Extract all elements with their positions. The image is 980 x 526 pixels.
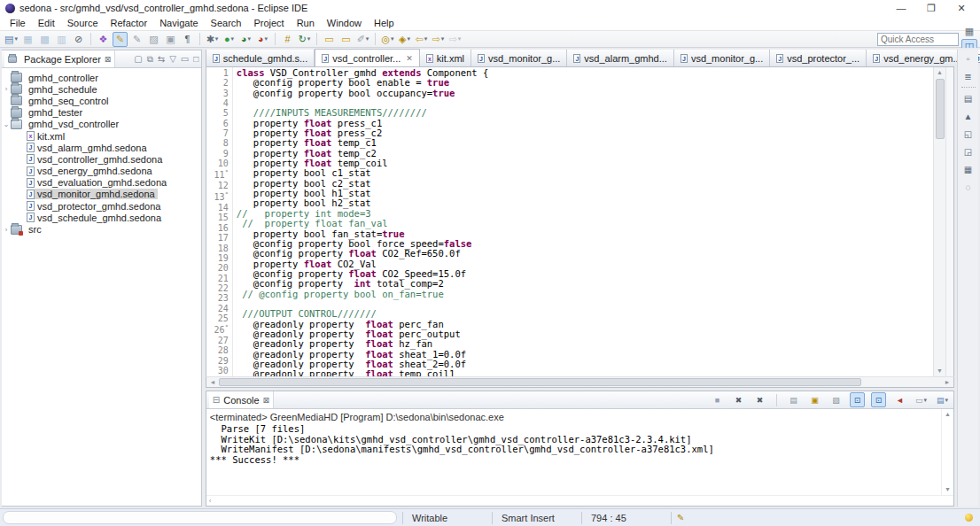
maximize-button[interactable]: ❐ (916, 3, 946, 14)
console-tab-close-icon[interactable]: ⊠ (263, 396, 270, 405)
search-view-icon[interactable]: ◌ (961, 180, 976, 194)
annotations-icon[interactable]: ◈▾ (397, 32, 412, 47)
coverage-icon[interactable]: ◕▾ (238, 32, 253, 47)
external-tools-icon[interactable]: ✱▾ (205, 32, 220, 47)
console-tab[interactable]: ⊟ Console ⊠ (209, 391, 274, 408)
new-wizard-icon[interactable]: ▤▾ (4, 32, 19, 47)
view-menu-icon[interactable]: ▽ (169, 54, 176, 64)
console-scroll-down-icon[interactable]: ▼ (942, 484, 953, 495)
tree-item-vsd_controller_gmhd-sedona[interactable]: Jvsd_controller_gmhd.sedona (2, 153, 201, 165)
show-on-stdout-icon[interactable]: ⊡ (850, 392, 865, 407)
scroll-up-icon[interactable]: ▲ (934, 67, 945, 78)
remove-all-terminated-icon[interactable]: ✖ (752, 392, 767, 407)
link-with-editor-icon[interactable]: ⇆ (158, 54, 165, 64)
tree-item-vsd_schedule_gmhd-sedona[interactable]: Jvsd_schedule_gmhd.sedona (2, 212, 201, 223)
scroll-left-icon[interactable]: ◄ (206, 377, 219, 388)
editor-tab-vsd_protector_-[interactable]: Jvsd_protector_... (770, 50, 867, 66)
sweep-icon[interactable]: ✎ (113, 32, 128, 47)
close-button[interactable]: ✕ (946, 3, 976, 14)
editor-tab-kit-xml[interactable]: xkit.xml (420, 50, 471, 66)
mark-occurrences-icon[interactable]: ▣ (163, 32, 178, 47)
forward-disabled-icon[interactable]: ⇨▾ (447, 32, 463, 47)
show-on-stderr-icon[interactable]: ⊡ (871, 392, 886, 407)
display-selected-console-icon[interactable]: ▭▾ (914, 392, 929, 407)
open-console-icon[interactable]: ▤▾ (935, 392, 950, 407)
tree-item-gmhd_schedule[interactable]: ›gmhd_schedule (2, 83, 201, 95)
quick-access-input[interactable] (877, 33, 959, 46)
minimize-button[interactable]: — (886, 3, 916, 13)
tree-expand-icon[interactable]: › (2, 226, 11, 234)
tab-close-icon[interactable]: ✕ (406, 54, 413, 63)
horizontal-scroll-thumb[interactable] (219, 378, 861, 386)
tree-item-kit-xml[interactable]: xkit.xml (2, 130, 201, 142)
package-explorer-tab-close-icon[interactable]: ⊠ (105, 55, 112, 64)
editor-vertical-scrollbar[interactable]: ▲ ▼ (933, 67, 945, 376)
problems-view-icon[interactable]: ▲ (961, 109, 976, 123)
console-vertical-scrollbar[interactable]: ▲ ▼ (941, 409, 953, 495)
profile-icon[interactable]: ◕▾ (255, 32, 270, 47)
menu-window[interactable]: Window (321, 18, 368, 28)
declaration-view-icon[interactable]: ◲ (961, 144, 976, 159)
word-wrap-icon[interactable]: ▨ (828, 392, 844, 407)
scroll-right-icon[interactable]: ► (941, 377, 953, 388)
tree-item-vsd_protector_gmhd-sedona[interactable]: Jvsd_protector_gmhd.sedona (2, 200, 201, 212)
minimize-view-icon[interactable]: ▭ (181, 54, 189, 64)
menu-help[interactable]: Help (368, 18, 401, 28)
menu-search[interactable]: Search (205, 18, 248, 28)
ant-view-icon[interactable]: ▤ (961, 91, 976, 105)
editor-tab-vsd_alarm_gmhd-[interactable]: Jvsd_alarm_gmhd... (567, 50, 674, 66)
show-whitespace-icon[interactable]: ¶ (180, 32, 195, 47)
editor-tab-vsd_monitor_g-[interactable]: Jvsd_monitor_g... (471, 50, 567, 66)
tree-item-gmhd_vsd_controller[interactable]: ⌄gmhd_vsd_controller (2, 119, 201, 130)
save-all-icon[interactable]: ▩ (37, 32, 52, 47)
editor-tab-vsd_controller-[interactable]: Jvsd_controller...✕ (315, 49, 420, 66)
tree-expand-icon[interactable]: › (2, 85, 11, 93)
package-explorer-tab[interactable]: Package Explorer ⊠ (4, 50, 115, 67)
scroll-lock-icon[interactable]: ▣ (807, 392, 822, 407)
remove-launch-icon[interactable]: ✖ (731, 392, 746, 407)
new-kit-icon[interactable]: # (280, 32, 295, 47)
clear-console-icon[interactable]: ▤ (786, 392, 801, 407)
back-history-icon[interactable]: ⇦▾ (414, 32, 429, 47)
forward-history-icon[interactable]: ⇨▾ (431, 32, 446, 47)
menu-project[interactable]: Project (247, 18, 290, 28)
tree-item-vsd_evaluation_gmhd-sedona[interactable]: Jvsd_evaluation_gmhd.sedona (2, 177, 201, 189)
tree-item-gmhd_tester[interactable]: gmhd_tester (2, 107, 201, 119)
tree-item-vsd_energy_gmhd-sedona[interactable]: Jvsd_energy_gmhd.sedona (2, 166, 201, 177)
tree-item-gmhd_controller[interactable]: gmhd_controller (2, 72, 201, 83)
focus-on-task-icon[interactable]: ▢ (134, 54, 142, 64)
tree-item-vsd_alarm_gmhd-sedona[interactable]: Jvsd_alarm_gmhd.sedona (2, 142, 201, 153)
highlight-icon[interactable]: ✐▾ (355, 32, 370, 47)
maximize-view-icon[interactable]: □ (193, 54, 198, 64)
menu-edit[interactable]: Edit (32, 18, 61, 28)
tip-lightbulb-icon[interactable] (965, 514, 973, 522)
collapse-all-icon[interactable]: ⧉ (147, 54, 153, 65)
tree-item-src[interactable]: ›src (2, 223, 201, 235)
editor-tab-vsd_monitor_g-[interactable]: Jvsd_monitor_g... (674, 50, 770, 66)
outline-view-icon[interactable]: ≣ (961, 69, 976, 83)
menu-navigate[interactable]: Navigate (153, 18, 204, 28)
open-type-icon[interactable]: ◎▾ (380, 32, 395, 47)
open-task-icon[interactable]: ▭ (322, 32, 337, 47)
run-icon[interactable]: ●▾ (222, 32, 237, 47)
open-perspective-icon[interactable]: ▦ (961, 24, 977, 39)
console-output[interactable]: <terminated> GreenMediaHD [Program] D:\s… (206, 409, 941, 495)
open-resource-icon[interactable]: ▭ (338, 32, 354, 47)
edit-config-icon[interactable]: ▨ (146, 32, 161, 47)
sweep-small-icon[interactable]: ✎ (129, 32, 144, 47)
tree-item-gmhd_seq_control[interactable]: gmhd_seq_control (2, 95, 201, 106)
vertical-scroll-thumb[interactable] (936, 79, 945, 139)
scroll-down-icon[interactable]: ▼ (934, 366, 945, 376)
menu-source[interactable]: Source (61, 18, 105, 28)
pin-console-icon[interactable]: ◄ (892, 392, 907, 407)
editor-tab-vsd_energy_gm-[interactable]: Jvsd_energy_gm... (867, 50, 968, 66)
code-content[interactable]: class VSD_Controller_gmhd extends Compon… (233, 67, 933, 376)
menu-run[interactable]: Run (291, 18, 321, 28)
source-editor[interactable]: 1234567891011°1213°141516171819202122232… (206, 67, 954, 376)
tree-item-vsd_monitor_gmhd-sedona[interactable]: Jvsd_monitor_gmhd.sedona (2, 189, 201, 200)
save-icon[interactable]: ▦ (20, 32, 35, 47)
menu-refactor[interactable]: Refactor (105, 18, 154, 28)
sedona-build-icon[interactable]: ❖ (96, 32, 111, 47)
javadoc-view-icon[interactable]: ◱ (961, 127, 976, 141)
console-horizontal-scrollbar[interactable]: ‹ (206, 495, 953, 506)
